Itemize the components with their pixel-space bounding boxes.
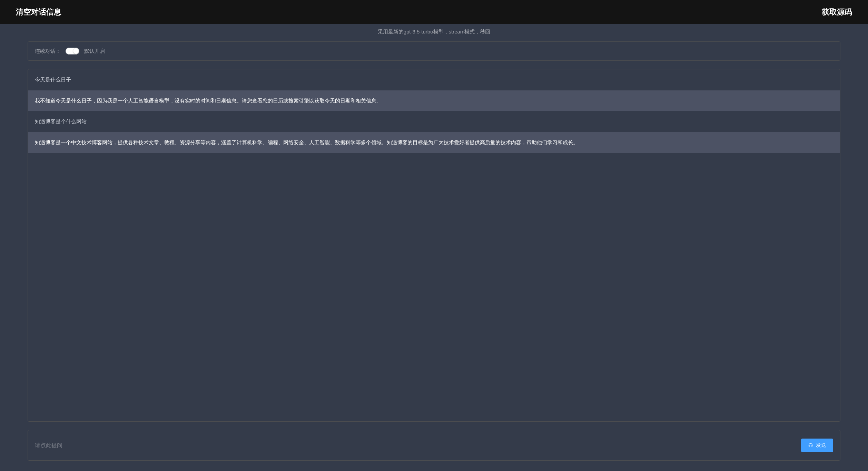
assistant-message: 我不知道今天是什么日子，因为我是一个人工智能语言模型，没有实时的时间和日期信息。… [28, 90, 840, 111]
continuous-toggle[interactable] [66, 48, 79, 55]
chat-log: 今天是什么日子我不知道今天是什么日子，因为我是一个人工智能语言模型，没有实时的时… [28, 69, 840, 422]
get-source-link[interactable]: 获取源码 [822, 7, 852, 17]
toggle-knob [73, 48, 79, 54]
prompt-input[interactable] [35, 441, 794, 450]
user-message: 今天是什么日子 [28, 69, 840, 90]
user-message: 知遇博客是个什么网站 [28, 111, 840, 132]
model-info-text: 采用最新的gpt-3.5-turbo模型，stream模式，秒回 [0, 24, 868, 41]
send-button-label: 发送 [816, 442, 826, 449]
content: 连续对话： 默认开启 今天是什么日子我不知道今天是什么日子，因为我是一个人工智能… [0, 41, 868, 471]
clear-conversation-button[interactable]: 清空对话信息 [16, 7, 61, 17]
continuous-panel: 连续对话： 默认开启 [28, 41, 840, 61]
continuous-hint: 默认开启 [84, 48, 105, 55]
continuous-label: 连续对话： [35, 48, 61, 55]
headset-icon [808, 443, 813, 448]
input-panel: 发送 [28, 430, 840, 461]
header: 清空对话信息 获取源码 [0, 0, 868, 24]
send-button[interactable]: 发送 [801, 439, 833, 452]
assistant-message: 知遇博客是一个中文技术博客网站，提供各种技术文章、教程、资源分享等内容，涵盖了计… [28, 132, 840, 153]
